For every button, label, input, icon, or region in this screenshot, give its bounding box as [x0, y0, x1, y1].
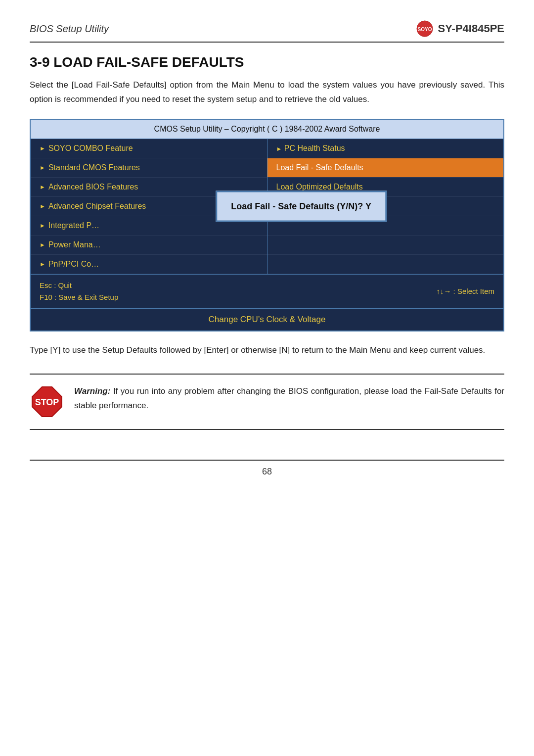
bios-right-pc-health[interactable]: ► PC Health Status: [267, 139, 504, 158]
bios-right-empty3: [267, 255, 504, 274]
svg-text:STOP: STOP: [35, 397, 59, 407]
bios-right-label: Load Optimized Defaults: [276, 183, 363, 191]
bios-menu-label: SOYO COMBO Feature: [48, 144, 133, 153]
warning-label: Warning:: [74, 386, 110, 396]
arrow-icon: ►: [40, 261, 45, 268]
bios-bottom-bar: Change CPU’s Clock & Voltage: [31, 308, 503, 331]
bios-footer-f10: F10 : Save & Exit Setup: [40, 291, 118, 303]
soyo-logo-icon: SOYO: [416, 20, 434, 38]
bios-menu-label: Integrated P…: [48, 221, 99, 230]
bios-right-label: PC Health Status: [284, 144, 345, 152]
bios-title-bar: CMOS Setup Utility – Copyright ( C ) 198…: [31, 120, 503, 139]
bios-menu-label: Standard CMOS Features: [48, 163, 140, 172]
svg-text:SOYO: SOYO: [418, 27, 432, 32]
load-failsafe-popup[interactable]: Load Fail - Safe Defaults (Y/N)? Y: [216, 191, 387, 222]
bios-right-label: Load Fail - Safe Defaults: [276, 163, 363, 172]
warning-content: If you run into any problem after changi…: [74, 386, 504, 410]
logo-text: SY-P4I845PE: [438, 22, 504, 35]
bios-footer-left: Esc : Quit F10 : Save & Exit Setup: [40, 280, 118, 303]
bios-main: ► SOYO COMBO Feature ► Standard CMOS Fea…: [31, 139, 503, 274]
bios-box: CMOS Setup Utility – Copyright ( C ) 198…: [30, 119, 504, 331]
bios-right-load-failsafe[interactable]: Load Fail - Safe Defaults: [267, 158, 504, 178]
warning-section: STOP Warning: If you run into any proble…: [30, 374, 504, 430]
header-logo: SOYO SY-P4I845PE: [416, 20, 504, 38]
stop-icon: STOP: [30, 384, 64, 419]
bios-menu-soyo-combo[interactable]: ► SOYO COMBO Feature: [31, 139, 267, 158]
arrow-icon: ►: [276, 145, 282, 152]
bios-menu-label: PnP/PCI Co…: [48, 260, 99, 269]
bios-menu-label: Power Mana…: [48, 240, 101, 249]
arrow-icon: ►: [40, 241, 45, 248]
outro-text: Type [Y] to use the Setup Defaults follo…: [30, 343, 504, 358]
bios-right-empty2: [267, 236, 504, 255]
bios-menu-standard-cmos[interactable]: ► Standard CMOS Features: [31, 158, 267, 178]
bios-menu-label: Advanced Chipset Features: [48, 202, 146, 211]
arrow-icon: ►: [40, 164, 45, 171]
header-bar: BIOS Setup Utility SOYO SY-P4I845PE: [30, 20, 504, 43]
arrow-icon: ►: [40, 203, 45, 210]
bios-footer-right: ↑↓→ : Select Item: [436, 287, 494, 295]
bios-menu-power-mgmt[interactable]: ► Power Mana…: [31, 236, 267, 255]
bios-menu-pnp-pci[interactable]: ► PnP/PCI Co…: [31, 255, 267, 274]
warning-text: Warning: If you run into any problem aft…: [74, 384, 504, 413]
intro-text: Select the [Load Fail-Safe Defaults] opt…: [30, 78, 504, 107]
page-number: 68: [30, 460, 504, 477]
bios-footer: Esc : Quit F10 : Save & Exit Setup ↑↓→ :…: [31, 274, 503, 308]
arrow-icon: ►: [40, 184, 45, 190]
arrow-icon: ►: [40, 145, 45, 152]
bios-footer-esc: Esc : Quit: [40, 280, 118, 291]
arrow-icon: ►: [40, 222, 45, 229]
bios-menu-label: Advanced BIOS Features: [48, 183, 138, 191]
header-title: BIOS Setup Utility: [30, 23, 109, 35]
page-heading: 3-9 LOAD FAIL-SAFE DEFAULTS: [30, 54, 504, 70]
